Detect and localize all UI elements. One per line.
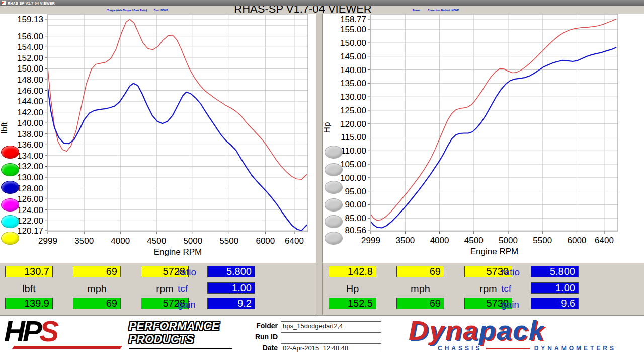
svg-text:5000: 5000 (499, 236, 518, 245)
run-id-input[interactable] (281, 332, 381, 341)
svg-text:4500: 4500 (147, 236, 166, 246)
torque-chart-header: Torque (Axle Torque / Gear Ratio) Corr: … (107, 9, 168, 12)
svg-text:122.00: 122.00 (17, 216, 43, 226)
speed-cursor-value-2: 69 (73, 298, 121, 309)
dynamometers-text: DYNAMOMETERS (534, 345, 616, 352)
svg-text:158.77: 158.77 (340, 15, 366, 24)
svg-text:144.00: 144.00 (17, 97, 43, 106)
torque-chart-svg: 159.13156.00154.00152.00150.00148.00146.… (0, 14, 316, 263)
svg-text:5000: 5000 (183, 236, 202, 246)
title-bar[interactable]: RHAS-SP V1.7-04 VIEWER (0, 0, 644, 6)
svg-text:125.00: 125.00 (340, 106, 366, 115)
svg-text:150.00: 150.00 (17, 64, 43, 74)
svg-text:3500: 3500 (395, 236, 415, 245)
svg-text:6000: 6000 (256, 236, 275, 246)
svg-text:138.00: 138.00 (17, 129, 43, 139)
power-chart-header: Power: Correction Method: NONE (413, 9, 459, 12)
svg-text:90.00: 90.00 (345, 200, 366, 209)
title-bar-text: RHAS-SP V1.7-04 VIEWER (8, 2, 55, 5)
power-correction-label: Correction Method: NONE (428, 9, 459, 12)
svg-text:156.00: 156.00 (17, 32, 43, 41)
run-slot-button-3[interactable] (325, 181, 343, 194)
svg-text:5500: 5500 (533, 236, 552, 245)
run-color-button-cyan[interactable] (1, 215, 19, 228)
svg-text:120.00: 120.00 (340, 119, 366, 129)
svg-text:134.00: 134.00 (17, 151, 43, 161)
svg-text:lbft: lbft (0, 122, 9, 133)
power-cursor-value: 142.8 (329, 266, 376, 277)
ratio-label: ratio (501, 267, 520, 278)
svg-text:159.13: 159.13 (17, 15, 43, 24)
run-color-button-red[interactable] (1, 146, 19, 159)
folder-label: Folder (236, 322, 281, 330)
svg-text:126.00: 126.00 (17, 194, 43, 204)
app-icon (2, 1, 6, 5)
tcf-label: tcf (178, 283, 188, 294)
power-unit-label: Hp (329, 283, 376, 295)
svg-text:4000: 4000 (430, 236, 449, 245)
run-slot-button-6[interactable] (325, 232, 343, 245)
torque-unit-label: lbft (5, 283, 53, 295)
dynapack-divider-line (486, 348, 530, 349)
svg-text:Engine RPM: Engine RPM (470, 247, 518, 256)
torque-correction-label: Corr: NONE (154, 9, 168, 12)
svg-text:140.00: 140.00 (340, 65, 366, 75)
footer-bar: HPS PERFORMANCE PRODUCTS Folder Run ID D… (0, 315, 644, 352)
power-chart-svg: 158.77155.00150.00145.00140.00135.00130.… (323, 14, 644, 263)
date-input[interactable] (281, 343, 381, 352)
svg-text:124.00: 124.00 (17, 205, 43, 215)
products-underline (129, 348, 232, 349)
folder-input[interactable] (281, 321, 381, 330)
svg-text:2999: 2999 (361, 236, 380, 245)
run-color-button-blue[interactable] (1, 181, 19, 194)
svg-text:130.00: 130.00 (17, 173, 43, 182)
svg-text:154.00: 154.00 (17, 42, 43, 52)
panel-splitter[interactable] (316, 14, 323, 315)
ratio-label: ratio (178, 267, 196, 278)
tcf-value: 1.00 (207, 282, 255, 294)
run-slot-button-1[interactable] (325, 146, 343, 159)
svg-text:120.17: 120.17 (17, 226, 43, 236)
svg-text:145.00: 145.00 (340, 52, 366, 61)
svg-text:5500: 5500 (219, 236, 238, 246)
gain-value: 9.6 (531, 298, 579, 309)
svg-text:150.00: 150.00 (340, 38, 366, 48)
svg-text:115.00: 115.00 (341, 132, 366, 142)
speed-unit-label: mph (396, 283, 444, 295)
run-slot-button-2[interactable] (325, 163, 343, 176)
svg-text:6400: 6400 (595, 236, 614, 245)
dynapack-tagline: CHASSIS DYNAMOMETERS (438, 345, 616, 352)
gain-label: gain (501, 299, 519, 310)
run-color-button-magenta[interactable] (1, 198, 19, 212)
svg-text:2999: 2999 (38, 236, 57, 246)
svg-text:3500: 3500 (74, 236, 94, 246)
chassis-text: CHASSIS (438, 345, 482, 352)
svg-text:Hp: Hp (323, 122, 332, 133)
torque-cursor-value-2: 139.9 (5, 298, 53, 309)
svg-text:128.00: 128.00 (17, 184, 43, 193)
svg-text:4500: 4500 (464, 236, 484, 245)
svg-text:130.00: 130.00 (340, 92, 366, 102)
run-slot-button-4[interactable] (325, 198, 343, 212)
dynapack-logo-text: Dynapack (409, 315, 545, 345)
torque-chart[interactable]: 159.13156.00154.00152.00150.00148.00146.… (0, 14, 316, 263)
ratio-value: 5.800 (207, 266, 255, 277)
svg-text:146.00: 146.00 (17, 86, 43, 96)
speed-cursor-value: 69 (73, 266, 121, 277)
speed-cursor-value-2: 69 (396, 298, 444, 309)
run-slot-button-5[interactable] (325, 215, 343, 228)
power-header-label: Power: (413, 9, 421, 12)
gain-value: 9.2 (207, 298, 255, 309)
speed-cursor-value: 69 (396, 266, 444, 277)
hps-logo-underline (12, 346, 122, 349)
gain-label: gain (178, 299, 196, 310)
svg-text:100.00: 100.00 (340, 173, 366, 183)
power-chart[interactable]: 158.77155.00150.00145.00140.00135.00130.… (323, 14, 644, 263)
run-color-button-yellow[interactable] (1, 232, 19, 245)
run-id-row: Run ID (236, 332, 381, 342)
speed-unit-label: mph (73, 283, 121, 295)
run-color-button-green[interactable] (1, 163, 19, 176)
power-chart-panel: 158.77155.00150.00145.00140.00135.00130.… (323, 14, 644, 263)
ratio-value: 5.800 (531, 266, 579, 277)
date-label: Date (236, 344, 281, 352)
